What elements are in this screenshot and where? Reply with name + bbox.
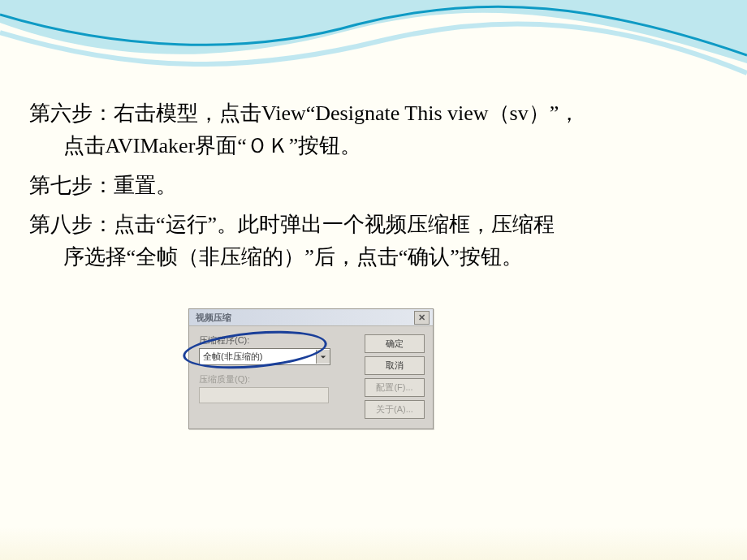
quality-label: 压缩质量(Q): <box>199 373 356 386</box>
video-compression-dialog: 视频压缩 ✕ 压缩程序(C): 全帧(非压缩的) 压缩质量(Q): <box>188 308 432 429</box>
dialog-window: 视频压缩 ✕ 压缩程序(C): 全帧(非压缩的) 压缩质量(Q): <box>188 308 434 429</box>
dialog-left-column: 压缩程序(C): 全帧(非压缩的) 压缩质量(Q): <box>199 334 356 419</box>
compressor-label: 压缩程序(C): <box>199 334 356 347</box>
compressor-select[interactable]: 全帧(非压缩的) <box>199 348 330 365</box>
about-button[interactable]: 关于(A)... <box>365 400 425 419</box>
step-6: 第六步：右击模型，点击View“Designate This view（sv）”… <box>29 97 732 163</box>
compressor-value: 全帧(非压缩的) <box>200 351 316 363</box>
step-8-line1: 第八步：点击“运行”。此时弹出一个视频压缩框，压缩程 <box>29 213 555 236</box>
cancel-button[interactable]: 取消 <box>365 356 425 375</box>
ok-button[interactable]: 确定 <box>365 334 425 353</box>
decorative-wave <box>0 0 747 89</box>
close-icon: ✕ <box>418 313 425 322</box>
step-7: 第七步：重置。 <box>29 170 732 202</box>
step-8: 第八步：点击“运行”。此时弹出一个视频压缩框，压缩程 序选择“全帧（非压缩的）”… <box>29 209 732 274</box>
chevron-down-icon <box>320 354 326 360</box>
slide: 第六步：右击模型，点击View“Designate This view（sv）”… <box>0 0 747 560</box>
dialog-titlebar: 视频压缩 ✕ <box>189 309 433 326</box>
dialog-body: 压缩程序(C): 全帧(非压缩的) 压缩质量(Q): 确定 取消 配置(F)..… <box>189 326 433 429</box>
dialog-right-column: 确定 取消 配置(F)... 关于(A)... <box>365 334 425 419</box>
step-6-line2: 点击AVIMaker界面“ＯＫ”按钮。 <box>29 130 732 162</box>
dialog-title-text: 视频压缩 <box>196 312 231 324</box>
step-8-line2: 序选择“全帧（非压缩的）”后，点击“确认”按钮。 <box>29 241 732 274</box>
config-button[interactable]: 配置(F)... <box>365 378 425 397</box>
step-6-line1: 第六步：右击模型，点击View“Designate This view（sv）”… <box>29 101 580 125</box>
close-button[interactable]: ✕ <box>414 311 430 325</box>
quality-slider <box>199 387 329 403</box>
slide-content: 第六步：右击模型，点击View“Designate This view（sv）”… <box>29 97 732 280</box>
dropdown-button[interactable] <box>316 350 330 364</box>
